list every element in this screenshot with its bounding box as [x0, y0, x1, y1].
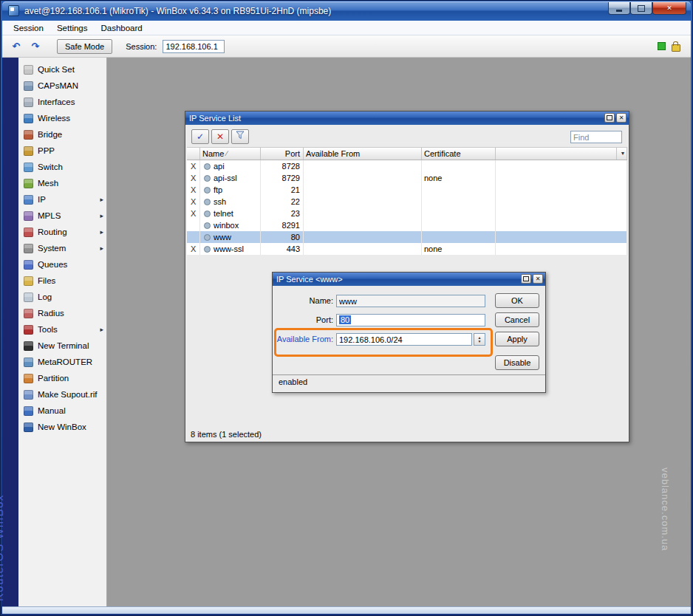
service-dot-icon	[204, 234, 211, 241]
disable-service-button[interactable]: ✕	[211, 129, 229, 144]
new-terminal-icon	[24, 341, 33, 351]
undo-button[interactable]: ↶	[8, 39, 24, 54]
service-row-telnet[interactable]: X telnet 23	[187, 208, 627, 219]
available-from-field[interactable]	[336, 333, 472, 346]
maximize-icon	[523, 276, 529, 281]
cancel-button[interactable]: Cancel	[495, 312, 539, 327]
window-bottom-frame	[2, 606, 691, 614]
sort-indicator-icon: ∕	[226, 148, 228, 160]
service-row-www-ssl[interactable]: X www-ssl 443 none	[187, 243, 627, 255]
funnel-icon	[236, 131, 245, 140]
sidebar-item-switch[interactable]: Switch	[18, 159, 106, 175]
service-row-ssh[interactable]: X ssh 22	[187, 196, 627, 208]
sidebar-item-files[interactable]: Files	[18, 273, 106, 289]
sidebar-item-tools[interactable]: Tools▸	[18, 321, 106, 338]
partition-icon	[24, 374, 33, 383]
name-field[interactable]	[336, 295, 485, 307]
menu-dashboard[interactable]: Dashboard	[94, 21, 148, 35]
sidebar-item-metarouter[interactable]: MetaROUTER	[18, 354, 106, 370]
certificate-column-header[interactable]: Certificate	[422, 148, 496, 160]
name-label: Name:	[276, 295, 333, 307]
sidebar-item-queues[interactable]: Queues	[18, 256, 106, 273]
system-icon	[24, 244, 33, 253]
port-column-header[interactable]: Port	[261, 148, 304, 160]
submenu-arrow-icon: ▸	[100, 326, 103, 333]
sidebar-item-capsman[interactable]: CAPsMAN	[18, 78, 106, 94]
port-field[interactable]: 80	[336, 314, 485, 326]
sidebar-item-interfaces[interactable]: Interfaces	[18, 94, 106, 110]
disable-button[interactable]: Disable	[495, 355, 539, 370]
spinner-button[interactable]: ▲▼	[474, 333, 485, 346]
new-winbox-icon	[24, 422, 33, 432]
ip-service-list-title: IP Service List	[189, 114, 241, 123]
service-row-www[interactable]: www 80	[187, 231, 627, 243]
find-input[interactable]	[570, 131, 622, 143]
sidebar-item-mesh[interactable]: Mesh	[18, 175, 106, 191]
service-row-ftp[interactable]: X ftp 21	[187, 184, 627, 196]
available-from-column-header[interactable]: Available From	[304, 148, 422, 160]
capsman-icon	[24, 81, 33, 91]
close-button[interactable]: ✕	[533, 274, 543, 284]
toolbar-status	[658, 41, 680, 52]
service-table: Name∕ Port Available From Certificate ▼ …	[187, 147, 627, 255]
table-header[interactable]: Name∕ Port Available From Certificate ▼	[187, 147, 627, 160]
service-row-api[interactable]: X api 8728	[187, 160, 627, 172]
window-body: RouterOS WinBox Quick Set CAPsMAN Interf…	[2, 58, 691, 607]
maximize-icon	[607, 115, 612, 120]
title-bar[interactable]: avet@192.168.106.1 (MikroTik) - WinBox v…	[2, 1, 691, 21]
service-dot-icon	[204, 175, 211, 182]
filter-button[interactable]	[231, 129, 249, 144]
sidebar-item-ip[interactable]: IP▸	[18, 191, 106, 208]
enable-service-button[interactable]: ✓	[191, 129, 209, 144]
minimize-icon	[616, 10, 622, 12]
sidebar-item-log[interactable]: Log	[18, 289, 106, 305]
session-input[interactable]	[163, 40, 225, 53]
service-row-api-ssl[interactable]: X api-ssl 8729 none	[187, 172, 627, 184]
session-label: Session:	[126, 42, 157, 51]
sidebar-item-make-supout[interactable]: Make Supout.rif	[18, 386, 106, 403]
sidebar-item-system[interactable]: System▸	[18, 240, 106, 256]
ok-button[interactable]: OK	[495, 293, 539, 308]
menu-session[interactable]: Session	[7, 21, 50, 35]
service-dot-icon	[204, 246, 211, 253]
maximize-button[interactable]	[630, 2, 652, 15]
service-row-winbox[interactable]: winbox 8291	[187, 219, 627, 231]
menu-settings[interactable]: Settings	[50, 21, 95, 35]
ip-service-dialog-titlebar[interactable]: IP Service <www> ✕	[273, 273, 545, 286]
metarouter-icon	[24, 357, 33, 367]
column-options-button[interactable]: ▼	[617, 148, 627, 160]
minimize-button[interactable]	[608, 2, 630, 15]
sidebar-item-manual[interactable]: Manual	[18, 403, 106, 419]
padlock-icon	[672, 44, 680, 52]
sidebar-item-wireless[interactable]: Wireless	[18, 110, 106, 126]
items-status: 8 items (1 selected)	[191, 430, 262, 439]
sidebar-item-mpls[interactable]: MPLS▸	[18, 208, 106, 224]
maximize-button[interactable]	[604, 113, 615, 123]
redo-button[interactable]: ↷	[27, 39, 44, 54]
submenu-arrow-icon: ▸	[100, 228, 103, 236]
window-controls: ✕	[608, 2, 686, 15]
name-column-header[interactable]: Name∕	[200, 148, 261, 160]
menu-bar: Session Settings Dashboard	[2, 21, 691, 35]
sidebar-item-radius[interactable]: Radius	[18, 305, 106, 321]
maximize-button[interactable]	[521, 274, 531, 284]
close-button[interactable]: ✕	[652, 2, 686, 15]
safe-mode-button[interactable]: Safe Mode	[57, 39, 112, 54]
watermark: veblance.com.ua	[660, 468, 671, 551]
apply-button[interactable]: Apply	[495, 332, 539, 346]
enabled-status: enabled	[279, 377, 307, 386]
sidebar-item-new-winbox[interactable]: New WinBox	[18, 419, 106, 435]
sidebar-item-bridge[interactable]: Bridge	[18, 126, 106, 143]
spin-down-icon: ▼	[478, 340, 482, 343]
x-icon: ✕	[216, 131, 224, 142]
ip-service-dialog: IP Service <www> ✕ Name: Port: 80 Availa…	[272, 272, 546, 393]
sidebar-item-routing[interactable]: Routing▸	[18, 224, 106, 240]
main-toolbar: ↶ ↷ Safe Mode Session:	[2, 35, 691, 58]
close-button[interactable]: ✕	[616, 113, 627, 123]
submenu-arrow-icon: ▸	[100, 196, 103, 203]
sidebar-item-partition[interactable]: Partition	[18, 370, 106, 386]
ip-service-list-titlebar[interactable]: IP Service List ✕	[185, 112, 629, 125]
sidebar-item-new-terminal[interactable]: New Terminal	[18, 338, 106, 354]
sidebar-item-quick-set[interactable]: Quick Set	[18, 61, 106, 78]
sidebar-item-ppp[interactable]: PPP	[18, 143, 106, 159]
